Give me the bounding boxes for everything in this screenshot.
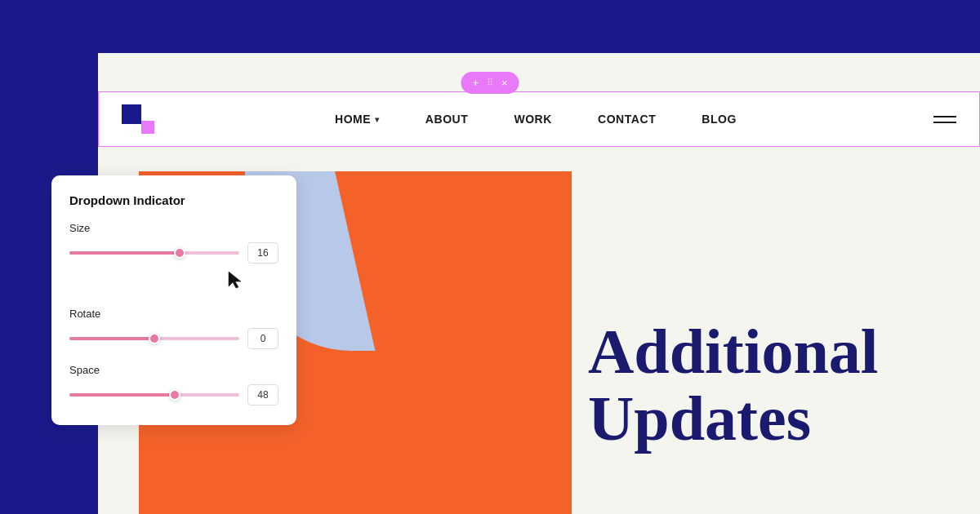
rotate-slider-thumb[interactable] (149, 333, 160, 344)
hamburger-line-2 (933, 122, 956, 123)
size-control: Size 16 (69, 222, 278, 264)
nav-blog[interactable]: BLOG (679, 106, 760, 132)
space-slider-filled (69, 393, 175, 397)
rotate-slider-track[interactable] (69, 337, 239, 340)
nav-about[interactable]: ABOUT (403, 106, 492, 132)
hero-text: Additional Updates (588, 318, 947, 452)
toolbar-add[interactable]: + (472, 77, 479, 89)
nav-work[interactable]: WORK (491, 106, 575, 132)
dropdown-panel-title: Dropdown Indicator (69, 193, 278, 207)
hamburger-menu[interactable] (933, 116, 956, 123)
space-slider-track[interactable] (69, 393, 239, 397)
size-row: 16 (69, 242, 278, 264)
nav-blog-label: BLOG (702, 113, 737, 126)
rotate-value-box[interactable]: 0 (247, 328, 278, 349)
logo[interactable] (122, 104, 154, 134)
size-label: Size (69, 222, 278, 234)
hero-line2: Updates (588, 383, 811, 454)
rotate-control: Rotate 0 (69, 308, 278, 349)
size-slider-thumb[interactable] (174, 247, 185, 259)
hero-line1: Additional (588, 316, 878, 387)
nav-contact[interactable]: CONTACT (575, 106, 679, 132)
logo-square-dark (122, 104, 141, 124)
hamburger-line-1 (933, 116, 956, 117)
space-control: Space 48 (69, 364, 278, 405)
nav-work-label: WORK (514, 113, 552, 126)
logo-square-pink (141, 121, 154, 134)
toolbar-close[interactable]: × (501, 77, 508, 89)
cursor-arrow-icon (226, 270, 244, 295)
space-slider-thumb[interactable] (169, 389, 180, 401)
space-row: 48 (69, 384, 278, 405)
toolbar-separator1: ⠿ (487, 78, 493, 88)
toolbar-pill[interactable]: + ⠿ × (461, 72, 519, 94)
size-slider-filled (69, 251, 180, 255)
rotate-label: Rotate (69, 308, 278, 320)
navbar: HOME ▾ ABOUT WORK CONTACT BLOG (98, 91, 980, 147)
nav-links: HOME ▾ ABOUT WORK CONTACT BLOG (154, 106, 917, 132)
nav-home[interactable]: HOME ▾ (312, 106, 403, 132)
nav-about-label: ABOUT (425, 113, 469, 126)
dropdown-panel: Dropdown Indicator Size 16 Rotate 0 (51, 175, 296, 425)
space-label: Space (69, 364, 278, 376)
nav-contact-label: CONTACT (598, 113, 656, 126)
space-value-box[interactable]: 48 (247, 384, 278, 405)
size-value-box[interactable]: 16 (247, 242, 278, 264)
rotate-slider-filled (69, 337, 154, 340)
rotate-row: 0 (69, 328, 278, 349)
chevron-down-icon: ▾ (375, 115, 380, 124)
nav-home-label: HOME (335, 113, 371, 126)
size-slider-track[interactable] (69, 251, 239, 255)
